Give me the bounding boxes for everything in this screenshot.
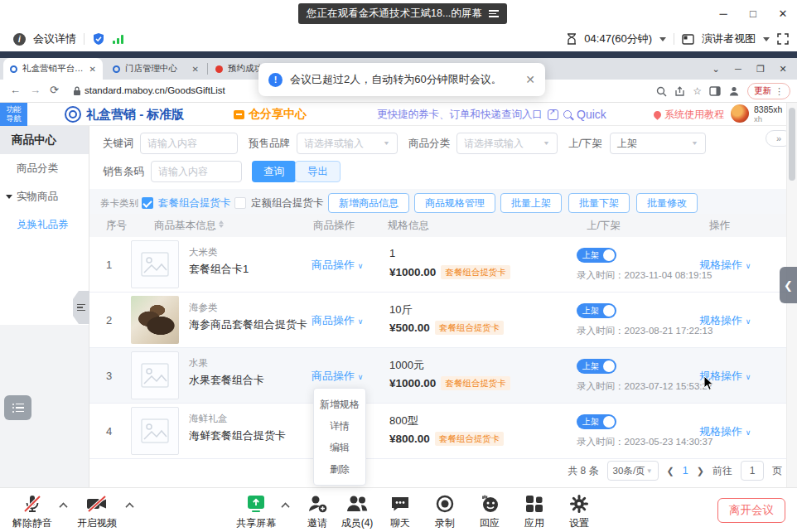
start-video-button[interactable]: 开启视频 — [71, 493, 123, 530]
record-label: 录制 — [435, 516, 455, 530]
sort-icon[interactable] — [219, 220, 224, 229]
start-video-label: 开启视频 — [77, 516, 117, 530]
tab1-close-icon[interactable]: ✕ — [89, 65, 96, 74]
browser-minimize-button[interactable]: ─ — [732, 64, 744, 74]
info-icon: i — [13, 33, 26, 46]
product-action-label: 商品操作 — [312, 314, 355, 326]
card-type-option-1[interactable]: 套餐组合提货卡 — [158, 189, 231, 217]
goto-page-input[interactable] — [741, 461, 764, 481]
side-panel-expand-tab[interactable]: ❮ — [780, 267, 797, 303]
mic-options-chevron[interactable] — [60, 501, 66, 508]
reactions-button[interactable]: 回应 — [464, 493, 515, 530]
browser-tab-2[interactable]: 门店管理中心 ✕ — [106, 58, 205, 80]
apps-grid-icon — [524, 493, 545, 515]
floating-menu-button[interactable] — [4, 395, 31, 420]
chat-button[interactable]: 聊天 — [374, 493, 426, 530]
shelf-toggle[interactable]: 上架 — [577, 303, 616, 318]
bookmark-star-icon[interactable]: ☆ — [693, 85, 702, 97]
product-action-link[interactable]: 商品操作 ∨ — [312, 237, 363, 294]
chevron-down-icon: ▼ — [383, 140, 390, 147]
tab2-favicon — [113, 65, 120, 73]
minimize-button[interactable]: ─ — [714, 7, 732, 20]
toast-close-icon[interactable]: ✕ — [525, 73, 535, 86]
forward-icon[interactable]: → — [30, 84, 41, 96]
current-page[interactable]: 1 — [683, 465, 688, 476]
export-button[interactable]: 导出 — [295, 161, 341, 182]
spec-manage-button[interactable]: 商品规格管理 — [414, 193, 495, 213]
unmute-button[interactable]: 解除静音 — [7, 493, 58, 530]
sidebar-collapse-tab[interactable] — [73, 291, 89, 324]
shelf-select[interactable]: 上架 ▼ — [610, 133, 706, 154]
sidebar-item-gift-voucher[interactable]: 兑换礼品券 — [0, 210, 89, 239]
card-type-option-2[interactable]: 定额组合提货卡 — [251, 189, 324, 217]
sidebar-item-goods-category[interactable]: 商品分类 — [0, 154, 89, 182]
product-action-link[interactable]: 商品操作 ∨ — [312, 293, 363, 350]
barcode-input[interactable] — [151, 161, 242, 182]
banner-menu-icon[interactable] — [489, 8, 499, 19]
side-panel-icon[interactable] — [709, 86, 721, 96]
sidebar-item-physical-goods[interactable]: 实物商品 — [0, 182, 89, 210]
spec-action-link[interactable]: 规格操作 ∨ — [699, 404, 751, 461]
shelf-toggle[interactable]: 上架 — [577, 359, 616, 374]
menu-item-details[interactable]: 详情 — [314, 415, 365, 437]
tutorial-link[interactable]: 系统使用教程 — [654, 103, 724, 126]
browser-close-button[interactable]: ✕ — [777, 64, 789, 75]
shelf-toggle[interactable]: 上架 — [577, 414, 616, 429]
record-button[interactable]: 录制 — [419, 493, 471, 530]
menu-item-add-spec[interactable]: 新增规格 — [314, 394, 365, 415]
scrollbar-thumb[interactable] — [789, 108, 795, 181]
brand-select[interactable]: 请选择或输入 ▼ — [297, 133, 398, 154]
browser-update-button[interactable]: 更新 ⋮ — [747, 83, 790, 99]
back-icon[interactable]: ← — [10, 84, 21, 96]
close-button[interactable]: ✕ — [774, 7, 792, 20]
user-account[interactable]: 8385xh xh — [731, 104, 782, 123]
reload-icon[interactable]: ⟳ — [50, 84, 59, 96]
timer-dropdown-icon[interactable] — [659, 37, 666, 41]
browser-maximize-button[interactable]: ❐ — [755, 64, 766, 75]
maximize-button[interactable]: □ — [744, 7, 762, 20]
goto-label: 前往 — [712, 464, 732, 478]
nav-toggle-button[interactable]: 功能 导航 — [0, 103, 27, 126]
video-options-chevron[interactable] — [126, 501, 133, 508]
shelf-toggle[interactable]: 上架 — [577, 248, 616, 263]
spec-action-link[interactable]: 规格操作 ∨ — [699, 293, 751, 350]
batch-edit-button[interactable]: 批量修改 — [636, 193, 698, 213]
search-button[interactable]: 查询 — [252, 161, 296, 182]
batch-on-shelf-button[interactable]: 批量上架 — [500, 193, 562, 213]
browser-tab-1[interactable]: 礼盒营销平台管理中心 ✕ — [3, 58, 103, 80]
spec-action-link[interactable]: 规格操作 ∨ — [699, 237, 751, 294]
col-product-info[interactable]: 商品基本信息 — [154, 214, 224, 237]
col-index: 序号 — [106, 214, 127, 237]
checkbox-checked[interactable] — [142, 197, 153, 209]
next-page-icon[interactable]: ❯ — [697, 466, 704, 476]
share-screen-button[interactable]: 共享屏幕 — [230, 493, 282, 530]
view-mode-selector[interactable]: 演讲者视图 — [702, 31, 756, 46]
fullscreen-icon[interactable] — [777, 33, 789, 45]
meeting-details-link[interactable]: 会议详情 — [33, 31, 76, 46]
share-options-chevron[interactable] — [282, 501, 288, 508]
share-center-link[interactable]: 仓分享中心 — [234, 103, 307, 126]
tab2-close-icon[interactable]: ✕ — [192, 65, 199, 74]
keyword-input[interactable] — [140, 133, 238, 154]
menu-item-edit[interactable]: 编辑 — [314, 437, 365, 458]
menu-item-delete[interactable]: 删除 — [314, 458, 365, 480]
share-icon[interactable] — [674, 86, 685, 97]
category-select[interactable]: 请选择或输入 ▼ — [456, 133, 558, 154]
row-index: 4 — [106, 404, 112, 459]
url-text[interactable]: standard.maboy.cn/GoodsGiftList — [85, 85, 225, 95]
leave-meeting-button[interactable]: 离开会议 — [717, 498, 785, 523]
profile-icon[interactable] — [728, 85, 740, 97]
shield-icon[interactable] — [92, 32, 105, 46]
settings-button[interactable]: 设置 — [553, 493, 605, 530]
quick-entry[interactable]: 更快捷的券卡、订单和快递查询入口 Quick — [377, 103, 606, 126]
checkbox-unchecked[interactable] — [234, 197, 246, 209]
prev-page-icon[interactable]: ❮ — [667, 466, 674, 476]
tab-search-icon[interactable]: ⌄ — [710, 64, 722, 75]
batch-off-shelf-button[interactable]: 批量下架 — [568, 193, 630, 213]
zoom-icon[interactable] — [656, 86, 667, 97]
browser-menu-icon[interactable]: ⋮ — [775, 86, 784, 97]
page-size-select[interactable]: 30条/页 ▼ — [607, 461, 659, 481]
apps-button[interactable]: 应用 — [509, 493, 560, 530]
view-dropdown-icon[interactable] — [763, 37, 770, 41]
add-product-button[interactable]: 新增商品信息 — [328, 193, 409, 213]
